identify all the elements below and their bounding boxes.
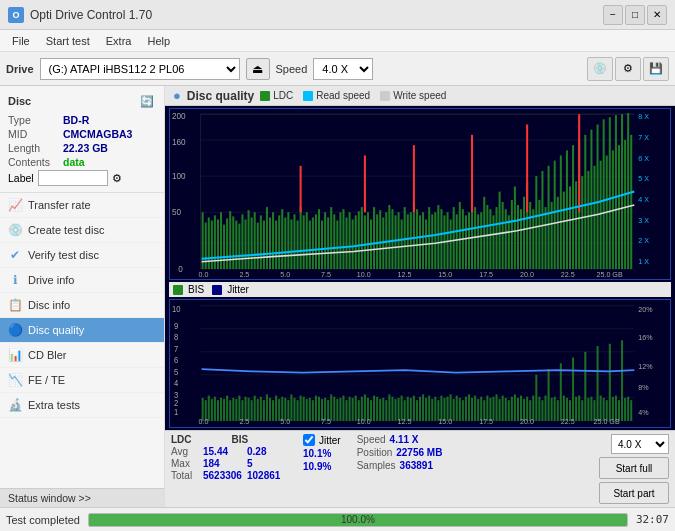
svg-rect-19 bbox=[235, 221, 237, 270]
svg-text:7.5: 7.5 bbox=[321, 417, 331, 427]
svg-rect-232 bbox=[346, 401, 348, 422]
svg-rect-39 bbox=[297, 221, 299, 270]
svg-rect-248 bbox=[394, 399, 396, 421]
svg-rect-143 bbox=[615, 115, 617, 269]
svg-text:50: 50 bbox=[172, 208, 182, 217]
menu-file[interactable]: File bbox=[4, 33, 38, 49]
jitter-checkbox[interactable] bbox=[303, 434, 315, 446]
titlebar: O Opti Drive Control 1.70 − □ ✕ bbox=[0, 0, 675, 30]
menu-start-test[interactable]: Start test bbox=[38, 33, 98, 49]
svg-rect-284 bbox=[505, 398, 507, 421]
svg-rect-214 bbox=[290, 395, 292, 421]
svg-rect-188 bbox=[211, 399, 213, 421]
svg-text:4: 4 bbox=[174, 379, 179, 389]
svg-rect-43 bbox=[309, 221, 311, 270]
svg-rect-46 bbox=[318, 209, 320, 269]
sidebar-item-verify-test-disc[interactable]: ✔ Verify test disc bbox=[0, 243, 164, 268]
svg-rect-124 bbox=[557, 197, 559, 269]
read-speed-dot bbox=[303, 91, 313, 101]
chart2: 10 9 8 7 6 5 4 3 2 1 0.0 2.5 5.0 7.5 10.… bbox=[169, 299, 671, 428]
svg-rect-112 bbox=[520, 209, 522, 269]
status-window-toggle[interactable]: Status window >> bbox=[0, 488, 164, 507]
svg-rect-31 bbox=[272, 212, 274, 269]
svg-rect-229 bbox=[336, 399, 338, 421]
svg-text:7 X: 7 X bbox=[638, 134, 649, 142]
dq-icon: ● bbox=[173, 88, 181, 103]
svg-rect-153 bbox=[526, 124, 528, 212]
svg-rect-92 bbox=[459, 202, 461, 269]
svg-rect-246 bbox=[388, 395, 390, 421]
svg-text:4 X: 4 X bbox=[638, 196, 649, 204]
stats-total-row: Total 5623306 102861 bbox=[171, 470, 287, 481]
svg-text:12.5: 12.5 bbox=[398, 417, 412, 427]
svg-rect-299 bbox=[551, 398, 553, 421]
svg-rect-128 bbox=[569, 186, 571, 269]
max-ldc: 184 bbox=[203, 458, 243, 469]
svg-rect-105 bbox=[499, 192, 501, 269]
window-controls[interactable]: − □ ✕ bbox=[603, 5, 667, 25]
svg-rect-75 bbox=[407, 214, 409, 269]
close-button[interactable]: ✕ bbox=[647, 5, 667, 25]
sidebar-item-disc-quality[interactable]: 🔵 Disc quality bbox=[0, 318, 164, 343]
svg-rect-306 bbox=[572, 358, 574, 421]
drive-select[interactable]: (G:) ATAPI iHBS112 2 PL06 bbox=[40, 58, 240, 80]
start-part-button[interactable]: Start part bbox=[599, 482, 669, 504]
svg-text:10.0: 10.0 bbox=[357, 417, 371, 427]
svg-rect-255 bbox=[416, 401, 418, 422]
svg-rect-308 bbox=[578, 396, 580, 421]
svg-rect-150 bbox=[364, 155, 366, 212]
svg-rect-45 bbox=[315, 214, 317, 269]
sidebar-item-fe-te[interactable]: 📉 FE / TE bbox=[0, 368, 164, 393]
toolbar-btn-2[interactable]: ⚙ bbox=[615, 57, 641, 81]
svg-rect-110 bbox=[514, 186, 516, 269]
disc-refresh-icon[interactable]: 🔄 bbox=[138, 92, 156, 110]
svg-rect-15 bbox=[223, 225, 225, 269]
sidebar-item-create-test-disc[interactable]: 💿 Create test disc bbox=[0, 218, 164, 243]
mid-label: MID bbox=[8, 128, 63, 140]
menu-extra[interactable]: Extra bbox=[98, 33, 140, 49]
toolbar-btn-1[interactable]: 💿 bbox=[587, 57, 613, 81]
svg-rect-270 bbox=[462, 401, 464, 422]
svg-rect-89 bbox=[450, 219, 452, 269]
svg-rect-76 bbox=[410, 212, 412, 269]
toolbar-btn-3[interactable]: 💾 bbox=[643, 57, 669, 81]
svg-text:25.0 GB: 25.0 GB bbox=[597, 271, 623, 279]
jitter-label2: Jitter bbox=[227, 284, 249, 295]
minimize-button[interactable]: − bbox=[603, 5, 623, 25]
create-test-disc-icon: 💿 bbox=[8, 223, 22, 237]
svg-rect-294 bbox=[535, 375, 537, 421]
eject-button[interactable]: ⏏ bbox=[246, 58, 270, 80]
svg-text:25.0 GB: 25.0 GB bbox=[593, 417, 619, 427]
statusbar: Test completed 100.0% 32:07 bbox=[0, 507, 675, 531]
svg-text:17.5: 17.5 bbox=[479, 271, 493, 279]
svg-rect-148 bbox=[630, 135, 632, 269]
svg-text:2 X: 2 X bbox=[638, 237, 649, 245]
length-value: 22.23 GB bbox=[63, 142, 108, 154]
svg-rect-312 bbox=[590, 397, 592, 421]
menu-help[interactable]: Help bbox=[139, 33, 178, 49]
label-icon[interactable]: ⚙ bbox=[112, 172, 122, 184]
svg-rect-54 bbox=[342, 209, 344, 269]
svg-rect-135 bbox=[590, 130, 592, 269]
sidebar-item-extra-tests[interactable]: 🔬 Extra tests bbox=[0, 393, 164, 418]
svg-rect-113 bbox=[523, 197, 525, 269]
label-input[interactable] bbox=[38, 170, 108, 186]
svg-rect-271 bbox=[465, 397, 467, 421]
sidebar-item-disc-info[interactable]: 📋 Disc info bbox=[0, 293, 164, 318]
svg-rect-297 bbox=[544, 396, 546, 421]
sidebar-item-transfer-rate[interactable]: 📈 Transfer rate bbox=[0, 193, 164, 218]
sidebar-item-drive-info[interactable]: ℹ Drive info bbox=[0, 268, 164, 293]
type-value: BD-R bbox=[63, 114, 89, 126]
svg-rect-219 bbox=[306, 399, 308, 421]
svg-rect-73 bbox=[401, 219, 403, 269]
sidebar-item-cd-bler[interactable]: 📊 CD Bler bbox=[0, 343, 164, 368]
start-full-button[interactable]: Start full bbox=[599, 457, 669, 479]
maximize-button[interactable]: □ bbox=[625, 5, 645, 25]
svg-rect-102 bbox=[489, 209, 491, 269]
svg-rect-242 bbox=[376, 397, 378, 421]
speed-select[interactable]: 4.0 X bbox=[313, 58, 373, 80]
svg-rect-65 bbox=[376, 214, 378, 269]
samples-label: Samples bbox=[357, 460, 396, 471]
svg-rect-314 bbox=[597, 346, 599, 421]
test-speed-select[interactable]: 4.0 X bbox=[611, 434, 669, 454]
